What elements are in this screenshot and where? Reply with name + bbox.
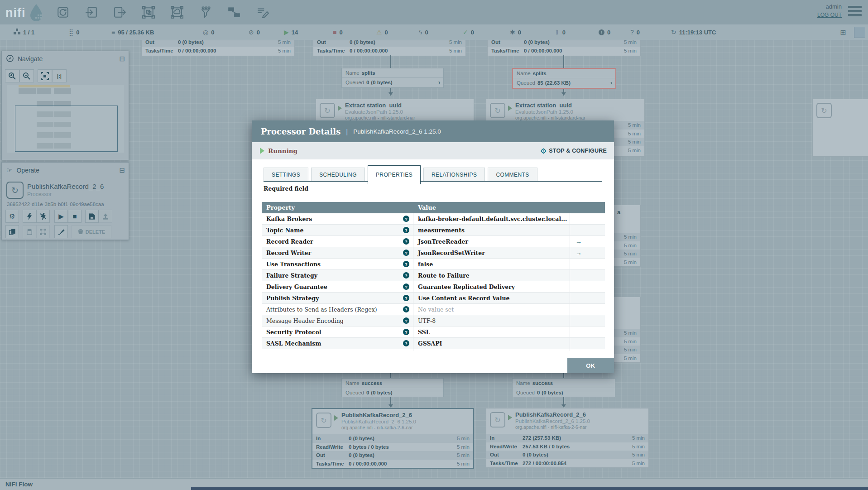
disabled-status: ϟ0 (419, 24, 428, 40)
remote-process-group-drag-icon[interactable] (169, 5, 185, 20)
funnel-drag-icon[interactable] (198, 5, 213, 20)
running-indicator-icon (508, 106, 512, 111)
locally-modified-status: ✱0 (510, 24, 521, 40)
cluster-status: 1 / 1 (14, 24, 34, 40)
processor-partial[interactable]: Out0 (0 bytes)5 min Tasks/Time0 / 00:00:… (487, 40, 641, 56)
current-user: admin (817, 3, 842, 10)
breadcrumb-nifi-flow[interactable]: NiFi Flow (5, 481, 33, 488)
processor-publishkafkarecord-selected[interactable]: ↻ PublishKafkaRecord_2_6 PublishKafkaRec… (312, 408, 474, 469)
sync-failure-status: ?0 (630, 24, 640, 40)
help-icon[interactable]: ? (403, 317, 409, 324)
trash-icon (78, 229, 83, 235)
tab-properties[interactable]: PROPERTIES (368, 165, 421, 184)
template-drag-icon[interactable] (226, 5, 242, 20)
go-to-service-icon[interactable]: → (575, 249, 582, 256)
connection-label-success[interactable]: Namesuccess Queued0(0 bytes) (512, 378, 615, 397)
stop-button[interactable]: ■ (68, 210, 82, 223)
go-to-service-icon[interactable]: → (575, 238, 582, 245)
operate-title: Operate (16, 167, 39, 174)
stop-and-configure-button[interactable]: ⚙ STOP & CONFIGURE (540, 142, 607, 159)
properties-table-header: Property Value (262, 202, 605, 213)
zoom-in-button[interactable] (5, 69, 19, 82)
processor-partial[interactable]: Out0 (0 bytes)5 min Tasks/Time0 / 00:00:… (313, 40, 466, 56)
zoom-fit-button[interactable] (38, 69, 52, 82)
upload-template-button[interactable] (99, 210, 112, 223)
connection-label-success[interactable]: Namesuccess Queued0(0 bytes) (341, 378, 444, 397)
queued-icon: ≡ (111, 29, 115, 36)
connection-label-splits[interactable]: Namesplits Queued0(0 bytes) ◑ (341, 68, 444, 88)
help-icon[interactable]: ? (403, 216, 409, 222)
help-icon[interactable]: ? (403, 306, 409, 312)
running-status: ▶14 (284, 24, 298, 40)
property-row: Use Transactions? false (262, 259, 605, 270)
disabled-icon: ϟ (419, 29, 422, 36)
not-transmitting-status: ⊘0 (249, 24, 260, 40)
logout-link[interactable]: LOG OUT (817, 12, 842, 18)
copy-button[interactable] (5, 225, 19, 238)
change-color-button[interactable] (54, 225, 68, 238)
connection-line (563, 373, 564, 378)
paste-button[interactable] (23, 225, 36, 238)
global-menu-icon[interactable] (848, 6, 862, 18)
zoom-actual-size-button[interactable]: |:| (52, 69, 67, 82)
processor-partial[interactable]: ↻ (812, 99, 868, 157)
property-row: Message Header Encoding? UTF-8 (262, 315, 605, 327)
canvas-grid-toggle-icon[interactable]: ⊞ (840, 28, 846, 37)
zoom-out-button[interactable] (19, 69, 34, 82)
minimap-block (19, 85, 70, 87)
dialog-subtitle: PublishKafkaRecord_2_6 1.25.0 (353, 128, 441, 135)
stopped-status: ■0 (333, 24, 343, 40)
minimap-viewport[interactable] (15, 106, 118, 152)
delete-button[interactable]: DELETE (72, 225, 111, 238)
label-drag-icon[interactable] (255, 5, 270, 20)
property-row: Topic Name? measurements (262, 225, 605, 236)
help-icon[interactable]: ? (403, 238, 409, 245)
connection-label-splits-backpressure[interactable]: Namesplits Queued85(22.63 KB) ◑ (512, 68, 616, 89)
help-icon[interactable]: ? (403, 295, 409, 301)
configure-button[interactable]: ⚙ (5, 210, 19, 223)
tab-scheduling[interactable]: SCHEDULING (311, 168, 365, 181)
disable-button[interactable] (36, 210, 50, 223)
start-button[interactable]: ▶ (54, 210, 68, 223)
tab-relationships[interactable]: RELATIONSHIPS (423, 168, 485, 181)
help-icon[interactable]: ? (403, 340, 409, 346)
connection-line (390, 373, 391, 378)
processor-icon: ↻ (490, 103, 505, 118)
output-port-drag-icon[interactable] (112, 5, 128, 20)
enable-button[interactable] (23, 210, 36, 223)
processor-partial[interactable]: Out0 (0 bytes)5 min Tasks/Time0 / 00:00:… (141, 40, 295, 56)
create-template-button[interactable] (85, 210, 99, 223)
group-button[interactable] (36, 225, 50, 238)
property-row: Failure Strategy? Route to Failure (262, 270, 605, 281)
nifi-app: nifi (0, 0, 868, 490)
collapse-panel-icon[interactable]: ⊟ (119, 55, 125, 63)
help-icon[interactable]: ? (403, 329, 409, 335)
collapse-panel-icon[interactable]: ⊟ (119, 166, 125, 174)
processor-drag-icon[interactable] (55, 5, 71, 20)
search-toggle-button[interactable] (854, 27, 865, 38)
birdseye-minimap[interactable] (7, 85, 124, 153)
locally-modified-icon: ✱ (510, 29, 515, 36)
tab-settings[interactable]: SETTINGS (264, 168, 308, 181)
dialog-header: Processor Details | PublishKafkaRecord_2… (252, 120, 614, 142)
connection-line (563, 55, 564, 68)
minimap-block (37, 88, 51, 94)
dialog-title-divider: | (346, 128, 348, 135)
connection-line (390, 55, 391, 68)
help-icon[interactable]: ? (403, 272, 409, 279)
minimap-block (54, 88, 71, 94)
running-indicator-icon (260, 148, 264, 154)
tab-comments[interactable]: COMMENTS (488, 168, 537, 181)
ok-button[interactable]: OK (567, 358, 614, 373)
help-icon[interactable]: ? (403, 250, 409, 256)
nifi-logotype: nifi (5, 6, 26, 20)
help-icon[interactable]: ? (403, 283, 409, 290)
horizontal-scrollbar[interactable] (191, 487, 868, 490)
up-to-date-status: ✓0 (463, 24, 474, 40)
input-port-drag-icon[interactable] (84, 5, 99, 20)
process-group-drag-icon[interactable] (141, 5, 156, 20)
processor-publishkafkarecord[interactable]: ↻ PublishKafkaRecord_2_6 PublishKafkaRec… (486, 408, 649, 468)
help-icon[interactable]: ? (403, 261, 409, 267)
help-icon[interactable]: ? (403, 227, 409, 233)
refresh-icon[interactable]: ↻ (671, 29, 676, 36)
